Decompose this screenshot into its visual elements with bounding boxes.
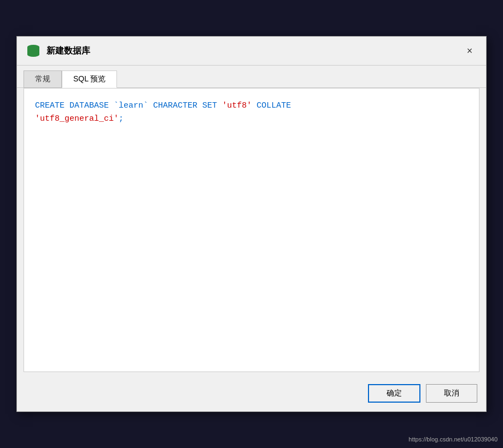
sql-keyword-charset: CHARACTER SET bbox=[153, 101, 217, 110]
tab-general[interactable]: 常规 bbox=[24, 70, 62, 88]
dialog-footer: 确定 取消 bbox=[17, 379, 486, 411]
database-icon bbox=[26, 43, 41, 58]
sql-line-1: CREATE DATABASE `learn` CHARACTER SET 'u… bbox=[35, 99, 468, 113]
tab-bar: 常规 SQL 预览 bbox=[17, 66, 486, 88]
sql-preview-content: CREATE DATABASE `learn` CHARACTER SET 'u… bbox=[24, 88, 479, 372]
dialog-window: 新建数据库 × 常规 SQL 预览 CREATE DATABASE `learn… bbox=[16, 36, 487, 412]
title-bar: 新建数据库 × bbox=[17, 37, 486, 66]
cancel-button[interactable]: 取消 bbox=[426, 384, 477, 403]
sql-semicolon: ; bbox=[119, 114, 124, 123]
sql-db-name: `learn` bbox=[114, 101, 148, 110]
tab-sql-preview[interactable]: SQL 预览 bbox=[62, 70, 117, 88]
sql-code-block: CREATE DATABASE `learn` CHARACTER SET 'u… bbox=[35, 99, 468, 126]
sql-collate-value: 'utf8_general_ci' bbox=[35, 114, 119, 123]
svg-point-4 bbox=[27, 52, 39, 57]
sql-keyword-create: CREATE DATABASE bbox=[35, 101, 109, 110]
sql-keyword-collate: COLLATE bbox=[256, 101, 291, 110]
confirm-button[interactable]: 确定 bbox=[368, 384, 420, 403]
watermark: https://blog.csdn.net/u012039040 bbox=[408, 436, 498, 443]
sql-line-2: 'utf8_general_ci'; bbox=[35, 113, 468, 126]
dialog-overlay: 新建数据库 × 常规 SQL 预览 CREATE DATABASE `learn… bbox=[0, 0, 503, 448]
title-left: 新建数据库 bbox=[26, 43, 90, 58]
dialog-title: 新建数据库 bbox=[46, 45, 90, 57]
close-button[interactable]: × bbox=[462, 43, 477, 58]
sql-charset-value: 'utf8' bbox=[222, 101, 252, 110]
